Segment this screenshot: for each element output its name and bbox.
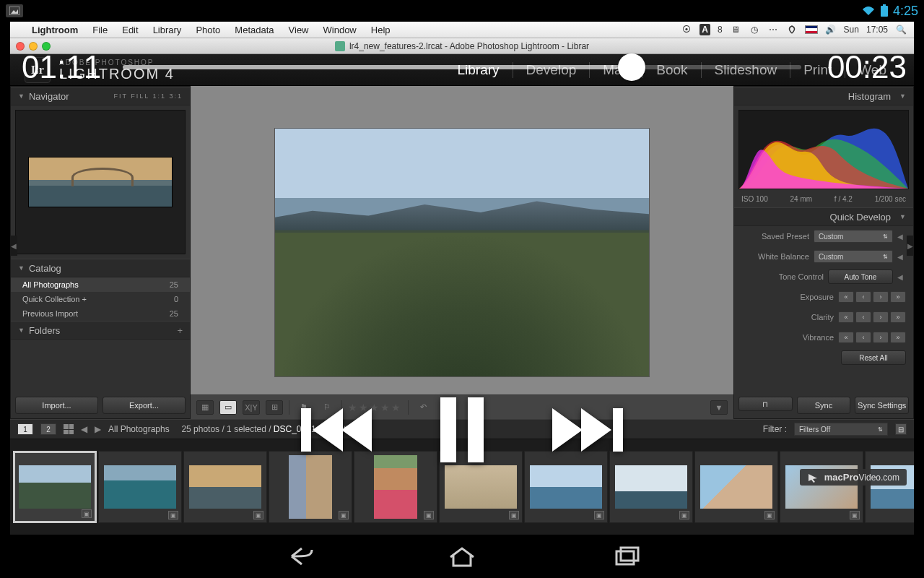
- flag-reject-icon[interactable]: ⚐: [318, 400, 336, 415]
- auto-tone-button[interactable]: Auto Tone: [828, 269, 893, 284]
- rotate-ccw-icon[interactable]: ↶: [414, 400, 432, 415]
- nav-1-1[interactable]: 1:1: [152, 92, 166, 100]
- thumbnail[interactable]: ▣: [98, 451, 182, 523]
- reveal-icon[interactable]: ◀: [897, 273, 906, 281]
- module-book[interactable]: Book: [643, 62, 701, 78]
- thumbnail[interactable]: ▣: [183, 451, 267, 523]
- step-minus-big[interactable]: «: [838, 291, 854, 303]
- menu-view[interactable]: View: [282, 25, 316, 35]
- menu-edit[interactable]: Edit: [115, 25, 145, 35]
- reset-all-button[interactable]: Reset All: [841, 350, 906, 365]
- nav-fill[interactable]: FILL: [131, 92, 149, 100]
- grid-icon[interactable]: [64, 424, 74, 434]
- thumbnail[interactable]: ▣: [780, 451, 863, 523]
- toolbar-menu-icon[interactable]: ▼: [710, 400, 728, 415]
- reveal-icon[interactable]: ◀: [897, 253, 906, 261]
- catalog-all-photographs[interactable]: All Photographs 25: [11, 277, 190, 292]
- grid-view-icon[interactable]: ▦: [196, 400, 214, 415]
- menu-library[interactable]: Library: [146, 25, 189, 35]
- quick-develop-header[interactable]: Quick Develop ▼: [734, 207, 913, 226]
- menu-metadata[interactable]: Metadata: [227, 25, 281, 35]
- thumbnail[interactable]: ▣: [13, 451, 97, 523]
- menu-file[interactable]: File: [85, 25, 115, 35]
- display-icon[interactable]: 🖥: [730, 24, 741, 35]
- thumbnail[interactable]: ▣: [269, 451, 352, 523]
- menu-photo[interactable]: Photo: [188, 25, 227, 35]
- module-library[interactable]: Library: [445, 62, 513, 78]
- module-web[interactable]: Web: [845, 62, 899, 78]
- rotate-cw-icon[interactable]: ↷: [437, 400, 455, 415]
- menu-extra-icon[interactable]: ⋯: [767, 24, 779, 35]
- step-plus[interactable]: ›: [873, 311, 889, 323]
- import-button[interactable]: Import...: [15, 397, 98, 414]
- flag-icon[interactable]: [805, 25, 818, 34]
- android-back-button[interactable]: [280, 544, 315, 569]
- zoom-window-button[interactable]: [42, 42, 51, 51]
- thumbnail[interactable]: ▣: [439, 451, 523, 523]
- step-minus-big[interactable]: «: [838, 311, 854, 323]
- step-plus-big[interactable]: »: [890, 332, 906, 343]
- thumbnail[interactable]: ▣: [609, 451, 693, 523]
- close-window-button[interactable]: [16, 42, 25, 51]
- secondary-display[interactable]: 2: [40, 423, 56, 435]
- left-panel-toggle[interactable]: ◀: [10, 236, 17, 256]
- chevron-down-icon[interactable]: ▾: [353, 424, 357, 434]
- flag-pick-icon[interactable]: ⚑: [295, 400, 313, 415]
- catalog-previous-import[interactable]: Previous Import 25: [11, 306, 190, 321]
- loupe-view-icon[interactable]: ▭: [219, 400, 237, 415]
- android-home-button[interactable]: [445, 544, 479, 569]
- module-print[interactable]: Print: [790, 62, 845, 78]
- thumbnail[interactable]: [865, 451, 914, 523]
- nav-fit[interactable]: FIT: [113, 92, 127, 100]
- android-recents-button[interactable]: [609, 544, 644, 569]
- menu-help[interactable]: Help: [364, 25, 398, 35]
- export-button[interactable]: Export...: [103, 397, 186, 414]
- nav-forward-icon[interactable]: ▶: [95, 424, 101, 434]
- menu-app[interactable]: Lightroom: [25, 25, 85, 35]
- step-plus[interactable]: ›: [873, 291, 889, 303]
- module-map[interactable]: Map: [590, 62, 643, 78]
- catalog-quick-collection[interactable]: Quick Collection + 0: [11, 292, 190, 306]
- saved-preset-select[interactable]: Custom: [814, 230, 893, 243]
- spotlight-icon[interactable]: 🔍: [895, 24, 907, 35]
- step-plus-big[interactable]: »: [890, 291, 906, 303]
- sync-button[interactable]: Sync: [797, 397, 851, 414]
- adobe-icon[interactable]: A: [699, 24, 710, 35]
- white-balance-select[interactable]: Custom: [814, 250, 893, 263]
- add-folder-icon[interactable]: +: [177, 325, 183, 336]
- catalog-header[interactable]: ▼ Catalog: [11, 259, 190, 277]
- nav-back-icon[interactable]: ◀: [81, 424, 87, 434]
- step-minus[interactable]: ‹: [855, 311, 871, 323]
- current-filename[interactable]: DSC_0001-2-Edit.tif: [274, 424, 351, 434]
- reveal-icon[interactable]: ◀: [897, 233, 906, 241]
- rating-stars[interactable]: ★★★★★: [348, 402, 402, 413]
- thumbnail[interactable]: ▣: [354, 451, 437, 523]
- histogram-header[interactable]: Histogram ▼: [734, 87, 913, 105]
- sync-settings-button[interactable]: Sync Settings: [855, 397, 909, 414]
- screen-record-icon[interactable]: ⦿: [681, 24, 692, 35]
- module-slideshow[interactable]: Slideshow: [702, 62, 791, 78]
- step-minus[interactable]: ‹: [855, 332, 871, 343]
- sync-toggle-icon[interactable]: ⊓: [738, 397, 793, 411]
- filter-select[interactable]: Filters Off: [794, 423, 888, 436]
- nav-3-1[interactable]: 3:1: [169, 92, 183, 100]
- histogram-display[interactable]: [738, 110, 909, 189]
- step-plus[interactable]: ›: [873, 332, 889, 343]
- breadcrumb[interactable]: All Photographs: [108, 424, 170, 434]
- primary-display[interactable]: 1: [17, 423, 33, 435]
- thumbnail[interactable]: ▣: [694, 451, 778, 523]
- volume-icon[interactable]: 🔊: [825, 24, 837, 35]
- survey-view-icon[interactable]: ⊞: [266, 400, 283, 415]
- wifi-menu-icon[interactable]: [786, 24, 798, 35]
- compare-view-icon[interactable]: X|Y: [243, 400, 260, 415]
- navigator-header[interactable]: ▼ Navigator FIT FILL 1:1 3:1: [11, 87, 190, 105]
- navigator-preview[interactable]: [15, 110, 186, 254]
- folders-header[interactable]: ▼ Folders +: [11, 321, 190, 340]
- filter-lock-icon[interactable]: ⊟: [895, 423, 907, 435]
- step-minus-big[interactable]: «: [838, 332, 854, 343]
- module-develop[interactable]: Develop: [513, 62, 590, 78]
- loupe-image[interactable]: [274, 128, 650, 377]
- step-plus-big[interactable]: »: [890, 311, 906, 323]
- right-panel-toggle[interactable]: ▶: [907, 236, 914, 256]
- thumbnail[interactable]: ▣: [524, 451, 608, 523]
